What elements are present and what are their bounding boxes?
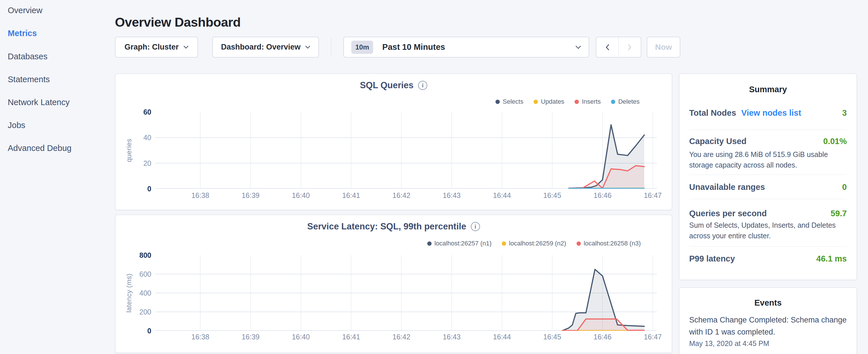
legend-item: Selects xyxy=(495,98,523,105)
x-axis-tick-label: 16:39 xyxy=(230,191,271,200)
summary-row-capacity-used: Capacity Used 0.01% xyxy=(689,137,847,146)
x-axis-tick-label: 16:47 xyxy=(633,333,673,341)
graph-dropdown[interactable]: Graph: Cluster xyxy=(115,37,198,58)
legend-item: Inserts xyxy=(575,98,601,105)
summary-row-unavailable-ranges: Unavailable ranges 0 xyxy=(689,183,847,192)
x-axis-tick-label: 16:47 xyxy=(633,191,673,200)
x-axis-tick-label: 16:43 xyxy=(432,191,472,200)
y-axis-tick-label: 20 xyxy=(116,159,151,167)
sidebar-item-databases[interactable]: Databases xyxy=(8,52,48,61)
summary-description: You are using 28.6 MiB of 515.9 GiB usab… xyxy=(689,149,848,170)
y-axis-tick-label: 0 xyxy=(116,185,151,193)
sidebar-item-overview[interactable]: Overview xyxy=(8,6,42,15)
legend-item: localhost:26257 (n1) xyxy=(427,240,492,247)
summary-row-total-nodes: Total NodesView nodes list 3 xyxy=(689,108,847,118)
summary-label: P99 latency xyxy=(689,254,735,263)
chart-title: Service Latency: SQL, 99th percentile xyxy=(307,221,466,232)
metrics-page: Overview Metrics Databases Statements Ne… xyxy=(0,0,868,354)
chevron-down-icon xyxy=(183,45,189,49)
time-range-selector[interactable]: 10m Past 10 Minutes xyxy=(343,37,589,58)
legend-dot xyxy=(502,242,506,246)
prev-time-button[interactable] xyxy=(596,37,618,57)
toolbar-divider xyxy=(331,38,331,56)
sidebar-item-network-latency[interactable]: Network Latency xyxy=(8,98,70,107)
y-axis-tick-label: 40 xyxy=(116,133,151,142)
legend-item: localhost:26258 (n3) xyxy=(577,240,641,247)
summary-value: 3 xyxy=(842,108,847,118)
chevron-down-icon xyxy=(305,45,310,49)
x-axis-tick-label: 16:42 xyxy=(381,191,422,200)
sidebar-item-advanced-debug[interactable]: Advanced Debug xyxy=(8,143,72,153)
x-axis-tick-label: 16:38 xyxy=(180,333,220,341)
summary-description: Sum of Selects, Updates, Inserts, and De… xyxy=(689,220,848,241)
legend-label: Selects xyxy=(503,98,523,105)
summary-value: 59.7 xyxy=(831,209,847,218)
summary-label: Capacity Used xyxy=(689,137,746,146)
summary-value: 0.01% xyxy=(823,137,847,146)
y-axis-tick-label: 600 xyxy=(116,270,151,279)
chart-legend: localhost:26257 (n1) localhost:26259 (n2… xyxy=(427,240,641,247)
now-button[interactable]: Now xyxy=(647,37,680,58)
info-icon[interactable]: i xyxy=(418,81,427,90)
next-time-button[interactable] xyxy=(619,37,641,57)
x-axis-tick-label: 16:41 xyxy=(331,333,371,341)
legend-item: localhost:26259 (n2) xyxy=(502,240,566,247)
chevron-left-icon xyxy=(605,44,610,51)
event-timestamp: May 13, 2020 at 4:45 PM xyxy=(689,340,769,348)
legend-label: Deletes xyxy=(618,98,640,105)
time-range-chip: 10m xyxy=(351,41,373,54)
sidebar-item-metrics[interactable]: Metrics xyxy=(8,29,37,38)
sidebar-item-statements[interactable]: Statements xyxy=(8,75,50,84)
legend-dot xyxy=(534,100,538,104)
x-axis-tick-label: 16:46 xyxy=(583,191,623,200)
event-message[interactable]: Schema Change Completed: Schema change w… xyxy=(689,314,848,338)
dashboard-dropdown-label: Dashboard: Overview xyxy=(221,43,301,52)
dashboard-dropdown[interactable]: Dashboard: Overview xyxy=(212,37,319,58)
x-axis-tick-label: 16:40 xyxy=(281,333,321,341)
chart-legend: Selects Updates Inserts Deletes xyxy=(495,98,640,105)
legend-label: localhost:26257 (n1) xyxy=(434,240,492,247)
divider xyxy=(689,199,847,199)
legend-dot xyxy=(611,100,615,104)
info-icon[interactable]: i xyxy=(471,222,480,231)
x-axis-tick-label: 16:39 xyxy=(230,333,271,341)
x-axis-tick-label: 16:44 xyxy=(482,191,522,200)
x-axis-tick-label: 16:42 xyxy=(381,333,422,341)
summary-label: Total Nodes xyxy=(689,108,736,118)
summary-label: Queries per second xyxy=(689,209,767,218)
sidebar-item-jobs[interactable]: Jobs xyxy=(8,121,25,130)
x-axis-tick-label: 16:45 xyxy=(532,191,572,200)
time-range-label: Past 10 Minutes xyxy=(382,42,445,52)
x-axis-tick-label: 16:44 xyxy=(482,333,522,341)
page-title: Overview Dashboard xyxy=(115,15,241,30)
legend-label: Updates xyxy=(541,98,564,105)
summary-label: Unavailable ranges xyxy=(689,183,765,192)
graph-dropdown-label: Graph: Cluster xyxy=(124,43,179,52)
y-axis-tick-label: 200 xyxy=(116,308,151,316)
y-axis-title: queries xyxy=(125,122,133,179)
y-axis-tick-label: 800 xyxy=(116,251,151,259)
x-axis-tick-label: 16:45 xyxy=(532,333,572,341)
summary-row-p99-latency: P99 latency 46.1 ms xyxy=(689,254,847,263)
summary-title: Summary xyxy=(679,85,857,94)
events-title: Events xyxy=(679,298,857,308)
chevron-down-icon xyxy=(576,45,581,49)
legend-label: localhost:26258 (n3) xyxy=(584,240,641,247)
now-button-label: Now xyxy=(655,43,672,52)
view-nodes-list-link[interactable]: View nodes list xyxy=(741,108,801,118)
y-axis-tick-label: 0 xyxy=(116,326,151,335)
divider xyxy=(689,175,847,175)
summary-value: 0 xyxy=(842,183,847,192)
service-latency-chart-card: Service Latency: SQL, 99th percentile i … xyxy=(115,215,672,353)
summary-row-queries-per-second: Queries per second 59.7 xyxy=(689,209,847,218)
legend-dot xyxy=(427,242,432,246)
chevron-right-icon xyxy=(627,44,632,51)
chart-title: SQL Queries xyxy=(360,80,413,91)
legend-label: Inserts xyxy=(582,98,601,105)
time-step-buttons xyxy=(596,37,641,58)
legend-dot xyxy=(577,242,581,246)
sql-queries-plot[interactable] xyxy=(155,112,657,189)
service-latency-plot[interactable] xyxy=(155,255,657,331)
legend-dot xyxy=(575,100,579,104)
x-axis-tick-label: 16:40 xyxy=(281,191,321,200)
